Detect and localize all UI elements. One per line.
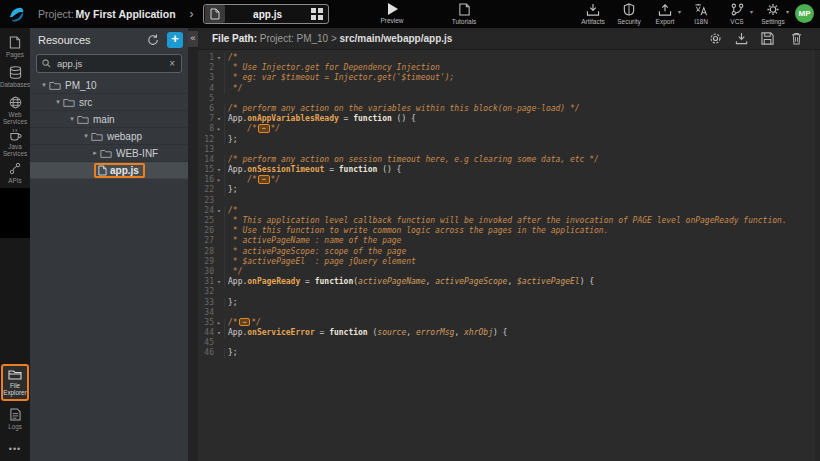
code-line[interactable]: 1▾/* xyxy=(198,53,820,63)
sidebar-item-apis[interactable]: APIs xyxy=(0,162,30,184)
fold-open-icon[interactable]: ▾ xyxy=(214,328,224,338)
code-line[interactable]: 34 xyxy=(198,308,820,318)
delete-file-icon[interactable] xyxy=(791,32,802,45)
code-line[interactable]: 15▾App.onSessionTimeout = function () { xyxy=(198,165,820,175)
resource-search[interactable]: × xyxy=(36,54,182,73)
code-line[interactable]: 44▾App.onServiceError = function (source… xyxy=(198,328,820,338)
sidebar-item-java-services[interactable]: Java Services xyxy=(0,128,30,157)
code-line[interactable]: 8▸ /*↔*/ xyxy=(198,124,820,134)
tree-item-pm10[interactable]: ▾ PM_10 xyxy=(30,77,188,94)
resources-title: Resources xyxy=(38,34,147,46)
tree-item-appjs[interactable]: app.js xyxy=(30,162,188,179)
open-file-tab[interactable]: app.js xyxy=(203,4,329,24)
topbar-right-actions: Artifacts Security ▾ Export I18N ▾ VCS xyxy=(575,3,816,25)
code-line[interactable]: 28 * activePageScope: scope of the page xyxy=(198,247,820,257)
code-line[interactable]: 27 * activePageName : name of the page xyxy=(198,236,820,246)
code-line[interactable]: 30 */ xyxy=(198,267,820,277)
sidebar-item-web-services[interactable]: Web Services xyxy=(0,96,30,125)
expand-arrow-icon[interactable]: ▾ xyxy=(81,132,91,140)
code-line[interactable]: 46}; xyxy=(198,348,820,358)
code-line[interactable]: 23 xyxy=(198,196,820,206)
refresh-icon[interactable] xyxy=(147,34,159,46)
line-number: 1 xyxy=(198,53,214,63)
folder-icon xyxy=(100,149,112,158)
fold-closed-icon[interactable]: ▸ xyxy=(214,318,224,328)
user-avatar[interactable]: MP xyxy=(795,4,814,23)
sidebar-item-databases[interactable]: Databases xyxy=(0,66,30,88)
sidebar-item-file-explorer[interactable]: File Explorer xyxy=(1,364,29,401)
code-line[interactable]: 12}; xyxy=(198,135,820,145)
web-services-label: Web Services xyxy=(0,111,30,125)
code-line[interactable]: 3 * eg: var $timeout = Injector.get('$ti… xyxy=(198,73,820,83)
fold-closed-icon[interactable]: ▸ xyxy=(214,124,224,134)
expand-arrow-icon[interactable]: ▾ xyxy=(67,115,77,123)
download-file-icon[interactable] xyxy=(735,32,748,45)
code-line[interactable]: 7▾App.onAppVariablesReady = function () … xyxy=(198,114,820,124)
save-file-icon[interactable] xyxy=(761,32,774,45)
settings-button[interactable]: ▾ Settings xyxy=(755,3,791,25)
code-line[interactable]: 31▾App.onPageReady = function(activePage… xyxy=(198,277,820,287)
line-content: /*↔*/ xyxy=(224,175,280,185)
sidebar-item-logs[interactable]: Logs xyxy=(0,408,30,430)
folded-code-widget[interactable]: ↔ xyxy=(258,124,270,133)
wavemaker-logo[interactable] xyxy=(0,0,32,28)
more-icon[interactable]: ••• xyxy=(0,444,30,454)
chevron-right-icon: › xyxy=(190,7,194,21)
security-button[interactable]: Security xyxy=(611,3,647,25)
code-line[interactable]: 26 * Use this function to write common l… xyxy=(198,226,820,236)
folded-code-widget[interactable]: ↔ xyxy=(258,175,270,184)
code-editor[interactable]: 1▾/*2 * Use Injector.get for Dependency … xyxy=(198,50,820,461)
code-line[interactable]: 6/* perform any action on the variables … xyxy=(198,104,820,114)
code-line[interactable]: 4 */ xyxy=(198,84,820,94)
fold-open-icon[interactable]: ▾ xyxy=(214,277,224,287)
preview-button[interactable]: Preview xyxy=(366,3,418,24)
editor-scrollbar[interactable] xyxy=(815,50,820,461)
tree-item-webapp[interactable]: ▾ webapp xyxy=(30,128,188,145)
tree-item-src[interactable]: ▾ src xyxy=(30,94,188,111)
expand-arrow-icon[interactable]: ▾ xyxy=(53,98,63,106)
grid-icon[interactable] xyxy=(311,8,323,20)
code-line[interactable]: 33}; xyxy=(198,298,820,308)
code-line[interactable]: 24▾/* xyxy=(198,206,820,216)
vcs-button[interactable]: ▾ VCS xyxy=(719,3,755,25)
line-number: 28 xyxy=(198,247,214,257)
project-breadcrumb[interactable]: Project:My First Application xyxy=(38,8,176,20)
code-line[interactable]: 22}; xyxy=(198,185,820,195)
expand-arrow-icon[interactable]: ▾ xyxy=(39,81,49,89)
editor-settings-icon[interactable] xyxy=(709,32,722,45)
code-line[interactable]: 5 xyxy=(198,94,820,104)
code-line[interactable]: 14/* perform any action on session timeo… xyxy=(198,155,820,165)
tutorials-button[interactable]: Tutorials xyxy=(438,3,490,25)
code-line[interactable]: 2 * Use Injector.get for Dependency Inje… xyxy=(198,63,820,73)
fold-open-icon[interactable]: ▾ xyxy=(214,53,224,63)
collapse-arrow-icon[interactable]: ▸ xyxy=(90,149,100,157)
tree-item-main[interactable]: ▾ main xyxy=(30,111,188,128)
folder-icon xyxy=(49,81,61,90)
line-content: /*↔*/ xyxy=(224,318,261,328)
add-resource-button[interactable]: + xyxy=(167,32,183,48)
search-input[interactable] xyxy=(55,57,168,70)
code-line[interactable]: 45 xyxy=(198,338,820,348)
folded-code-widget[interactable]: ↔ xyxy=(239,318,251,327)
panel-divider[interactable]: « xyxy=(188,28,198,461)
sidebar-item-pages[interactable]: Pages xyxy=(0,36,30,58)
line-number: 35 xyxy=(198,318,214,328)
export-button[interactable]: ▾ Export xyxy=(647,3,683,25)
code-line[interactable]: 35▸/*↔*/ xyxy=(198,318,820,328)
code-line[interactable]: 16▸ /*↔*/ xyxy=(198,175,820,185)
clear-search-icon[interactable]: × xyxy=(168,58,176,69)
code-line[interactable]: 32 xyxy=(198,287,820,297)
fold-open-icon[interactable]: ▾ xyxy=(214,165,224,175)
collapse-panel-button[interactable]: « xyxy=(188,31,198,47)
i18n-button[interactable]: I18N xyxy=(683,3,719,25)
code-line[interactable]: 13 xyxy=(198,145,820,155)
fold-open-icon[interactable]: ▾ xyxy=(214,206,224,216)
code-line[interactable]: 29 * $activePageEl : page jQuery element xyxy=(198,257,820,267)
code-line[interactable]: 25 * This application level callback fun… xyxy=(198,216,820,226)
fold-closed-icon[interactable]: ▸ xyxy=(214,175,224,185)
pages-label: Pages xyxy=(6,51,24,58)
artifacts-button[interactable]: Artifacts xyxy=(575,3,611,25)
logs-icon xyxy=(10,408,21,421)
fold-open-icon[interactable]: ▾ xyxy=(214,114,224,124)
tree-item-web-inf[interactable]: ▸ WEB-INF xyxy=(30,145,188,162)
